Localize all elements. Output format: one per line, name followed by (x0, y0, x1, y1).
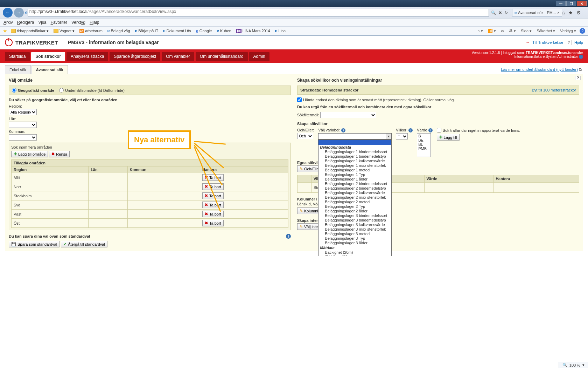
menu-redigera[interactable]: Redigera (17, 20, 34, 25)
fav-dokument[interactable]: eDokument i tfs (162, 28, 192, 34)
browser-tab[interactable]: e Avancerad sök - PM... × (512, 9, 562, 16)
radio-geografiskt[interactable]: Geografiskt område (12, 88, 54, 93)
info-icon[interactable]: i (408, 128, 413, 132)
btn-remove-row[interactable]: ✖Ta bort (202, 202, 224, 208)
lan-select[interactable] (9, 122, 37, 128)
window-minimize[interactable]: — (556, 1, 566, 6)
window-close[interactable]: ✕ (577, 1, 587, 6)
chk-notreported[interactable] (437, 128, 441, 132)
filter-select[interactable] (320, 112, 376, 118)
chk-hamta[interactable] (297, 97, 302, 102)
btn-save-standard[interactable]: 💾Spara som standardval (9, 241, 59, 247)
subtab-enkel[interactable]: Enkel sök (5, 65, 31, 74)
menu-favoriter[interactable]: Favoriter (51, 20, 67, 25)
info-icon[interactable]: i (286, 234, 291, 239)
dropdown-item[interactable]: Beläggningslager 2 bindemedelssort (318, 182, 391, 186)
variabel-dropdown[interactable]: ▼ BeläggningsdataBeläggningslager 1 bind… (318, 133, 392, 139)
fav-arbetsrum[interactable]: ωarbetsrum (78, 28, 104, 34)
variabel-dropdown-list[interactable]: BeläggningsdataBeläggningslager 1 bindem… (318, 139, 392, 256)
kommun-select[interactable] (9, 134, 37, 141)
navtab-1[interactable]: Sök sträckor (31, 52, 65, 61)
fav-tidrapport[interactable]: tidrapportslänkar ▾ (9, 28, 50, 34)
btn-add-villkor[interactable]: ✚Lägg till (437, 134, 460, 141)
fav-belagd[interactable]: eBelagd väg (106, 28, 132, 34)
dropdown-item[interactable]: Beläggningslager 1 Typ (318, 172, 391, 177)
dropdown-item[interactable]: Beläggningslager 2 metod (318, 200, 391, 204)
tool-mail-icon[interactable]: ✉ (499, 29, 505, 33)
btn-clear-areas[interactable]: ✖Rensa (49, 151, 70, 157)
dropdown-item[interactable]: Beläggningslager 1 bindemedelssort (318, 150, 391, 154)
navtab-3[interactable]: Sparade åtgärdsobjekt (110, 52, 160, 61)
varde-option[interactable]: BL (418, 142, 430, 146)
link-trafikverket[interactable]: Till Trafikverket.se (532, 40, 563, 45)
dropdown-item[interactable]: Beläggningslager 3 bindemedelssort (318, 213, 391, 218)
tool-sakerhet[interactable]: Säkerhet ▾ (535, 29, 556, 33)
fav-kuben[interactable]: eKuben (215, 28, 233, 34)
address-bar[interactable]: http://pmsv3-u.trafikverket.local/Pages/… (28, 9, 489, 16)
home-icon[interactable]: ⌂ (562, 10, 565, 15)
search-icon[interactable]: 🔍 (491, 11, 496, 15)
dropdown-item[interactable]: Beläggningslager 1 max stenstorlek (318, 163, 391, 168)
nav-forward[interactable]: → (14, 8, 24, 18)
fav-vagnet[interactable]: Vagnet ▾ (52, 28, 76, 34)
navtab-5[interactable]: Om underhållsstandard (196, 52, 248, 61)
dropdown-item[interactable]: Beläggningslager 1 kulkvarnsvärde (318, 159, 391, 163)
menu-verktyg[interactable]: Verktyg (71, 20, 85, 25)
tool-home-icon[interactable]: ⌂ ▾ (476, 29, 484, 33)
dropdown-item[interactable]: Beläggningslager 2 bindemedelstyp (318, 186, 391, 191)
btn-remove-row[interactable]: ✖Ta bort (202, 183, 224, 190)
tool-sida[interactable]: Sida ▾ (519, 29, 533, 33)
chk-hamta-row[interactable]: Hämta endast den riktning som är senast … (297, 97, 579, 102)
fav-lina[interactable]: eLina (274, 28, 287, 34)
info-icon[interactable]: i (341, 128, 345, 132)
dropdown-item[interactable]: Beläggningslager 2 kulkvarnsvärde (318, 191, 391, 195)
tab-close-icon[interactable]: × (557, 11, 559, 15)
fav-lina-mars[interactable]: ⋈LINA Mars 2014 (235, 28, 272, 34)
dropdown-item[interactable]: Beläggningslager 3 metod (318, 232, 391, 236)
radio-under-input[interactable] (59, 88, 64, 93)
ocheller-select[interactable]: Och (297, 133, 313, 139)
varde-option[interactable]: B (418, 134, 430, 138)
menu-hjalp[interactable]: Hjälp (90, 20, 99, 25)
fav-borjat[interactable]: eBörjat på IT (134, 28, 160, 34)
varde-option[interactable]: PMB (418, 146, 430, 151)
varde-option[interactable]: BE (418, 138, 430, 142)
subtab-avancerad[interactable]: Avancerad sök (31, 65, 68, 74)
navtab-2[interactable]: Analysera sträcka (66, 52, 108, 61)
menu-arkiv[interactable]: Arkiv (4, 20, 13, 25)
info-icon[interactable]: i (428, 128, 433, 132)
dropdown-item[interactable]: IRI höger (20m) (318, 255, 391, 256)
navtab-6[interactable]: Admin (249, 52, 270, 61)
chk-notreported-row[interactable]: Sök träffar där inget inrapporterat värd… (437, 128, 579, 132)
villkor-select[interactable]: = (396, 133, 408, 139)
navtab-0[interactable]: Startsida (5, 52, 30, 61)
dropdown-item[interactable]: Beläggningslager 2 ålder (318, 209, 391, 213)
nav-back[interactable]: ← (3, 8, 13, 18)
dropdown-item[interactable]: Beläggningslager 1 ålder (318, 177, 391, 182)
fav-google[interactable]: gGoogle (195, 28, 213, 34)
dropdown-item[interactable]: Beläggningslager 2 Typ (318, 204, 391, 209)
navtab-4[interactable]: Om variabler (162, 52, 194, 61)
tools-icon[interactable]: ⚙ (576, 10, 581, 15)
dropdown-item[interactable]: Beläggningslager 1 metod (318, 168, 391, 172)
dropdown-item[interactable]: Beläggningslager 3 max stenstorlek (318, 227, 391, 232)
tool-verktyg[interactable]: Verktyg ▾ (559, 29, 578, 33)
add-favorite-icon[interactable]: ★ (3, 28, 7, 34)
dropdown-item[interactable]: Beläggningslager 2 max stenstorlek (318, 195, 391, 200)
radio-geo-input[interactable] (12, 88, 16, 93)
radio-underhall[interactable]: Underhållsområde (fd Driftområde) (59, 88, 125, 93)
region-select[interactable]: Alla Regioner (9, 109, 37, 115)
dropdown-item[interactable]: Beläggningslager 3 bindemedelstyp (318, 218, 391, 223)
help-badge[interactable]: ? (566, 40, 572, 45)
tool-print-icon[interactable]: 🖶 ▾ (507, 29, 517, 33)
menu-visa[interactable]: Visa (38, 20, 46, 25)
btn-remove-row[interactable]: ✖Ta bort (202, 220, 224, 226)
info-icon[interactable]: i (579, 55, 583, 59)
link-100m[interactable]: Byt till 100 meterssträckor (532, 88, 576, 92)
dropdown-item[interactable]: Beläggningslager 3 Typ (318, 236, 391, 241)
dropdown-item[interactable]: Backighet (20m) (318, 250, 391, 255)
tool-feeds-icon[interactable]: 📶 ▾ (486, 29, 497, 33)
window-maximize[interactable]: ❐ (566, 1, 576, 6)
link-help[interactable]: Hjälp (574, 40, 583, 45)
dropdown-item[interactable]: Beläggningslager 3 kulkvarnsvärde (318, 223, 391, 227)
